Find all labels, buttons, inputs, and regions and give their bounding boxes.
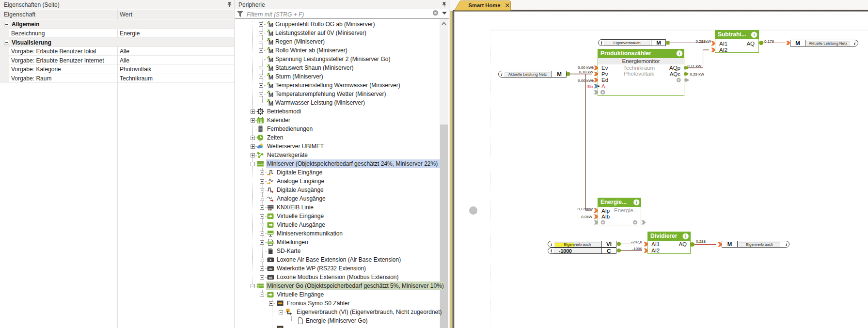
- svg-text:M: M: [268, 39, 273, 46]
- svg-text:M: M: [268, 83, 273, 90]
- svg-text:M: M: [268, 57, 273, 63]
- svg-text:232: 232: [268, 268, 272, 270]
- svg-text:i: i: [679, 51, 680, 56]
- svg-text:i: i: [636, 200, 637, 205]
- svg-text:i: i: [601, 41, 602, 46]
- svg-text:M: M: [268, 48, 273, 55]
- svg-text:i: i: [551, 242, 552, 247]
- svg-text:i: i: [786, 242, 787, 247]
- svg-text:i: i: [854, 41, 855, 46]
- svg-text:M: M: [268, 74, 273, 81]
- svg-text:M: M: [268, 100, 273, 107]
- svg-text:M: M: [268, 65, 273, 72]
- svg-text:A: A: [269, 259, 272, 262]
- svg-text:M: M: [268, 92, 273, 98]
- svg-text:i: i: [754, 32, 755, 37]
- svg-text:i: i: [685, 234, 686, 239]
- svg-text:M: M: [268, 31, 273, 37]
- svg-text:MB: MB: [268, 277, 272, 279]
- svg-text:i: i: [551, 249, 552, 253]
- svg-text:LOG: LOG: [268, 241, 273, 244]
- svg-text:M: M: [268, 22, 273, 29]
- svg-text:i: i: [501, 72, 503, 77]
